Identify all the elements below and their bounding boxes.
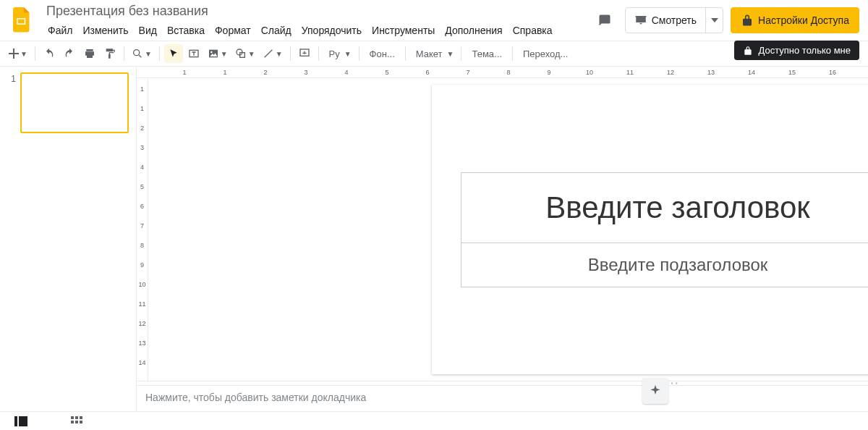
present-label: Смотреть <box>652 14 697 26</box>
svg-rect-1 <box>18 20 25 24</box>
slide-canvas-wrap: Введите заголовок Введите подзаголовок <box>148 78 868 381</box>
chevron-down-icon: ▼ <box>221 50 228 58</box>
svg-point-2 <box>134 50 140 56</box>
present-dropdown[interactable] <box>705 8 723 33</box>
menu-tools[interactable]: Инструменты <box>367 22 439 39</box>
separator <box>290 46 291 61</box>
speaker-notes[interactable]: Нажмите, чтобы добавить заметки докладчи… <box>137 385 868 411</box>
chevron-down-icon: ▼ <box>276 50 283 58</box>
image-button[interactable]: ▼ <box>205 44 231 63</box>
zoom-button[interactable]: ▼ <box>129 44 155 63</box>
line-icon <box>263 48 274 59</box>
select-tool-button[interactable] <box>164 44 183 63</box>
header-right: Смотреть Настройки Доступа Доступно толь… <box>592 7 859 33</box>
slide-thumb-wrap[interactable]: 1 <box>7 72 129 133</box>
print-button[interactable] <box>80 44 99 63</box>
share-tooltip: Доступно только мне <box>734 41 859 60</box>
svg-rect-18 <box>75 421 78 423</box>
menu-arrange[interactable]: Упорядочить <box>297 22 366 39</box>
separator <box>359 46 359 61</box>
explore-button[interactable] <box>642 378 668 404</box>
menu-view[interactable]: Вид <box>135 22 161 39</box>
menu-addons[interactable]: Дополнения <box>441 22 506 39</box>
canvas-body: 11234567891011121314 Введите заголовок В… <box>137 78 868 381</box>
theme-button[interactable]: Тема... <box>466 44 507 63</box>
ruler-vertical: 11234567891011121314 <box>137 78 148 381</box>
zoom-icon <box>132 48 143 59</box>
chevron-down-icon: ▼ <box>248 50 255 58</box>
layout-label: Макет <box>413 49 446 59</box>
redo-icon <box>64 48 75 59</box>
separator <box>159 46 160 61</box>
comment-add-button[interactable] <box>295 44 314 63</box>
menubar: Файл Изменить Вид Вставка Формат Слайд У… <box>43 22 586 39</box>
comment-icon <box>598 14 611 27</box>
filmstrip: 1 <box>0 67 137 411</box>
grid-view-icon <box>71 416 82 426</box>
line-button[interactable]: ▼ <box>260 44 286 63</box>
chevron-down-icon: ▼ <box>145 50 152 58</box>
ruler-horizontal: 1 1 2 3 4 5 6 7 8 9 10 11 12 13 14 15 16… <box>137 67 868 78</box>
document-title[interactable]: Презентация без названия <box>43 2 586 20</box>
redo-button[interactable] <box>60 44 79 63</box>
header: Презентация без названия Файл Изменить В… <box>0 0 868 41</box>
add-comment-icon <box>299 48 310 59</box>
separator <box>461 46 461 61</box>
undo-icon <box>43 48 55 59</box>
shape-button[interactable]: ▼ <box>232 44 258 63</box>
chevron-down-icon: ▼ <box>20 50 27 58</box>
title-area: Презентация без названия Файл Изменить В… <box>41 2 586 39</box>
spellcheck-label: Ру <box>326 49 343 59</box>
separator <box>512 46 513 61</box>
menu-slide[interactable]: Слайд <box>257 22 296 39</box>
subtitle-placeholder[interactable]: Введите подзаголовок <box>461 243 868 287</box>
slide-number: 1 <box>7 72 16 133</box>
plus-icon <box>9 49 19 59</box>
filmstrip-view-icon <box>14 416 27 426</box>
menu-edit[interactable]: Изменить <box>78 22 132 39</box>
cursor-icon <box>169 49 179 59</box>
menu-format[interactable]: Формат <box>210 22 255 39</box>
lock-icon <box>741 14 754 27</box>
svg-point-5 <box>210 51 213 54</box>
svg-rect-17 <box>71 421 74 423</box>
layout-button[interactable]: Макет▼ <box>410 44 457 63</box>
textbox-button[interactable] <box>184 44 203 63</box>
grid-view-button[interactable] <box>71 416 82 426</box>
lock-icon <box>743 46 753 56</box>
transition-button[interactable]: Переход... <box>517 44 574 63</box>
svg-rect-12 <box>14 416 17 426</box>
comments-button[interactable] <box>592 7 618 33</box>
share-label: Настройки Доступа <box>758 14 849 26</box>
main: 1 1 1 2 3 4 5 6 7 8 9 10 11 12 13 14 15 … <box>0 67 868 411</box>
undo-button[interactable] <box>40 44 59 63</box>
textbox-icon <box>188 48 200 59</box>
bottom-bar <box>0 411 868 430</box>
image-icon <box>208 48 219 59</box>
tooltip-text: Доступно только мне <box>759 45 851 56</box>
canvas-area: 1 1 2 3 4 5 6 7 8 9 10 11 12 13 14 15 16… <box>137 67 868 411</box>
menu-insert[interactable]: Вставка <box>163 22 209 39</box>
spellcheck-button[interactable]: Ру▼ <box>323 44 354 63</box>
filmstrip-view-button[interactable] <box>14 416 27 426</box>
background-button[interactable]: Фон... <box>364 44 401 63</box>
share-button[interactable]: Настройки Доступа <box>731 7 859 33</box>
separator <box>318 46 319 61</box>
menu-file[interactable]: Файл <box>43 22 77 39</box>
separator <box>405 46 406 61</box>
menu-help[interactable]: Справка <box>509 22 557 39</box>
slide-canvas[interactable]: Введите заголовок Введите подзаголовок <box>432 85 868 374</box>
background-label: Фон... <box>367 49 398 59</box>
paint-format-button[interactable] <box>101 44 119 63</box>
title-placeholder[interactable]: Введите заголовок <box>461 172 868 243</box>
chevron-down-icon: ▼ <box>344 50 352 58</box>
svg-rect-13 <box>19 416 27 426</box>
new-slide-button[interactable]: ▼ <box>6 44 30 63</box>
theme-label: Тема... <box>469 49 504 59</box>
app-logo[interactable] <box>9 7 35 33</box>
present-button[interactable]: Смотреть <box>626 8 705 33</box>
print-icon <box>84 48 95 59</box>
svg-rect-15 <box>75 416 78 419</box>
present-group: Смотреть <box>625 7 723 33</box>
slide-thumbnail[interactable] <box>20 72 129 133</box>
